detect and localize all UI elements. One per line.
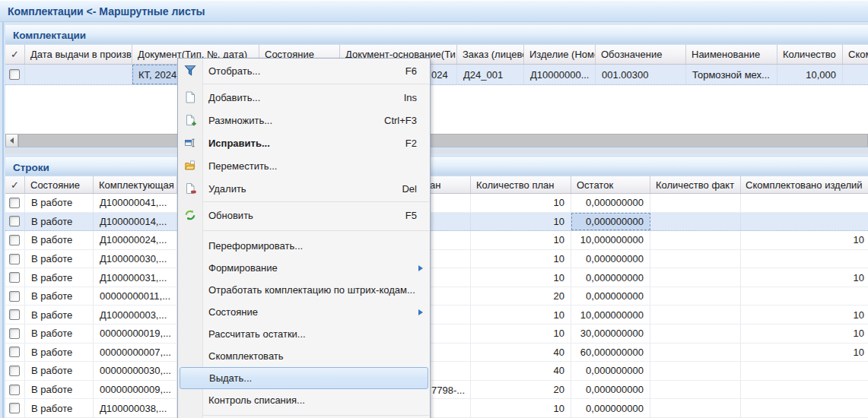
checkbox[interactable]	[9, 366, 20, 376]
table-row[interactable]: В работе 00000000011,... 20 0,000000000	[5, 287, 868, 306]
cell-rest[interactable]: 60,000000000	[571, 344, 650, 362]
checkbox[interactable]	[9, 272, 20, 283]
cell-qty-plan[interactable]: 40	[471, 344, 571, 362]
column-header-name[interactable]: Наименование	[686, 45, 777, 64]
cell-component[interactable]: Д100000024,...	[94, 231, 177, 249]
row-checkbox-cell[interactable]	[5, 362, 25, 380]
menu-item[interactable]: Переформировать...	[178, 235, 430, 257]
cell-assembled[interactable]	[741, 287, 868, 306]
checkbox[interactable]	[9, 198, 20, 208]
cell-rest[interactable]: 10,000000000	[571, 231, 650, 249]
cell-state[interactable]: В работе	[25, 399, 94, 417]
menu-item[interactable]: Контроль списания...	[178, 389, 430, 411]
cell-component[interactable]: Д100000003,...	[94, 306, 177, 324]
cell-assembled[interactable]	[741, 250, 868, 268]
cell-qty-plan[interactable]: 10	[471, 268, 571, 287]
cell-quantity[interactable]: 10,000	[777, 65, 843, 84]
checkbox[interactable]	[9, 403, 20, 413]
menu-item[interactable]: Скомплектовать	[178, 345, 430, 367]
checkbox[interactable]	[9, 235, 20, 245]
menu-item[interactable]: Исправить...F2	[178, 131, 430, 154]
cell-designation[interactable]: 001.00300	[596, 65, 686, 84]
cell-qty-fact[interactable]	[650, 194, 741, 212]
cell-state[interactable]: В работе	[25, 306, 94, 324]
checkbox[interactable]	[9, 69, 20, 80]
checkbox[interactable]	[9, 216, 20, 226]
cell-component[interactable]: 00000000019,...	[94, 325, 177, 343]
checkbox[interactable]	[9, 309, 20, 320]
cell-state[interactable]: В работе	[25, 325, 94, 343]
row-checkbox-cell[interactable]	[5, 213, 25, 231]
row-checkbox-cell[interactable]	[5, 399, 25, 417]
cell-state[interactable]: В работе	[25, 362, 94, 380]
row-checkbox-cell[interactable]	[5, 194, 25, 212]
column-header-qty-plan[interactable]: Количество план	[471, 176, 571, 193]
cell-rest[interactable]: 30,000000000	[571, 325, 650, 343]
cell-rest[interactable]: 0,000000000	[571, 194, 650, 212]
column-header-component[interactable]: Комплектующая	[94, 176, 177, 193]
cell-qty-plan[interactable]: 10	[471, 194, 571, 212]
column-header-rest[interactable]: Остаток	[571, 176, 650, 193]
checkbox[interactable]	[9, 291, 20, 302]
cell-component[interactable]: Д100000031,...	[94, 268, 177, 287]
column-header-state[interactable]: Состояние	[25, 176, 94, 193]
menu-item[interactable]: Рассчитать остатки...	[178, 323, 430, 345]
cell-assembled[interactable]	[741, 213, 868, 231]
cell-qty-fact[interactable]	[650, 287, 741, 306]
cell-name[interactable]: Тормозной мех...	[686, 65, 777, 84]
checkbox[interactable]	[9, 254, 20, 264]
scrollbar-left-button[interactable]	[5, 134, 18, 147]
menu-item[interactable]: Состояние	[178, 301, 430, 323]
cell-rest[interactable]: 0,000000000	[571, 381, 650, 399]
cell-qty-plan[interactable]: 10	[471, 250, 571, 268]
table-row[interactable]: В работе Д100000014,... 10 0,000000000	[5, 213, 868, 232]
cell-qty-plan[interactable]: 10	[471, 325, 571, 343]
menu-item[interactable]: Переместить...	[178, 154, 430, 177]
cell-qty-fact[interactable]	[650, 213, 741, 231]
cell-qty-plan[interactable]: 40	[471, 362, 571, 380]
cell-state[interactable]: В работе	[25, 344, 94, 362]
cell-rest[interactable]: 0,000000000	[571, 287, 650, 306]
cell-assembled[interactable]	[843, 65, 868, 84]
column-header-designation[interactable]: Обозначение	[596, 45, 686, 64]
row-checkbox-cell[interactable]	[5, 381, 25, 399]
cell-component[interactable]: Д100000041,...	[94, 194, 177, 212]
cell-rest[interactable]: 0,000000000	[571, 250, 650, 268]
cell-component[interactable]: Д100000014,...	[94, 213, 177, 231]
table-row[interactable]: В работе Д100000041,... 10 0,000000000	[5, 194, 868, 213]
cell-component[interactable]: 00000000009,...	[94, 381, 177, 399]
column-header-qty-fact[interactable]: Количество факт	[650, 176, 741, 193]
cell-state[interactable]: В работе	[25, 250, 94, 268]
menu-item[interactable]: Выдать...	[180, 367, 428, 389]
checkbox[interactable]	[9, 347, 20, 357]
cell-assembled[interactable]: 10	[741, 231, 868, 249]
table-row[interactable]: В работе Д100000024,... 10 10,000000000 …	[5, 231, 868, 250]
cell-qty-plan[interactable]: 20	[471, 287, 571, 306]
scrollbar-thumb[interactable]	[18, 134, 868, 147]
cell-date-issued[interactable]	[25, 65, 132, 84]
cell-order[interactable]: Д24_001	[457, 65, 524, 84]
cell-assembled[interactable]: 10	[741, 344, 868, 362]
row-checkbox-cell[interactable]	[5, 306, 25, 324]
cell-qty-plan[interactable]: 10	[471, 213, 571, 231]
cell-rest[interactable]: 0,000000000	[571, 399, 650, 417]
row-checkbox-cell[interactable]	[5, 287, 25, 306]
cell-assembled[interactable]	[741, 399, 868, 417]
menu-item[interactable]: Отработать комплектацию по штрих-кодам..…	[178, 279, 430, 301]
cell-qty-fact[interactable]	[650, 231, 741, 249]
cell-rest[interactable]: 0,000000000	[571, 213, 650, 231]
cell-assembled[interactable]: 10	[741, 268, 868, 287]
table-row[interactable]: В работе Д100000031,... 10 0,000000000 1…	[5, 268, 868, 287]
cell-rest[interactable]: 10,000000000	[571, 306, 650, 324]
cell-qty-fact[interactable]	[650, 344, 741, 362]
cell-state[interactable]: В работе	[25, 268, 94, 287]
menu-item[interactable]: Добавить...Ins	[178, 86, 430, 109]
cell-rest[interactable]: 0,000000000	[571, 362, 650, 380]
cell-assembled[interactable]: 10	[741, 325, 868, 343]
cell-state[interactable]: В работе	[25, 231, 94, 249]
menu-item[interactable]: ОбновитьF5	[178, 204, 430, 226]
horizontal-scrollbar[interactable]	[5, 134, 868, 147]
table-row[interactable]: В работе 00000000007,... 40 60,000000000…	[5, 344, 868, 363]
cell-state[interactable]: В работе	[25, 194, 94, 212]
cell-assembled[interactable]: 10	[741, 306, 868, 324]
